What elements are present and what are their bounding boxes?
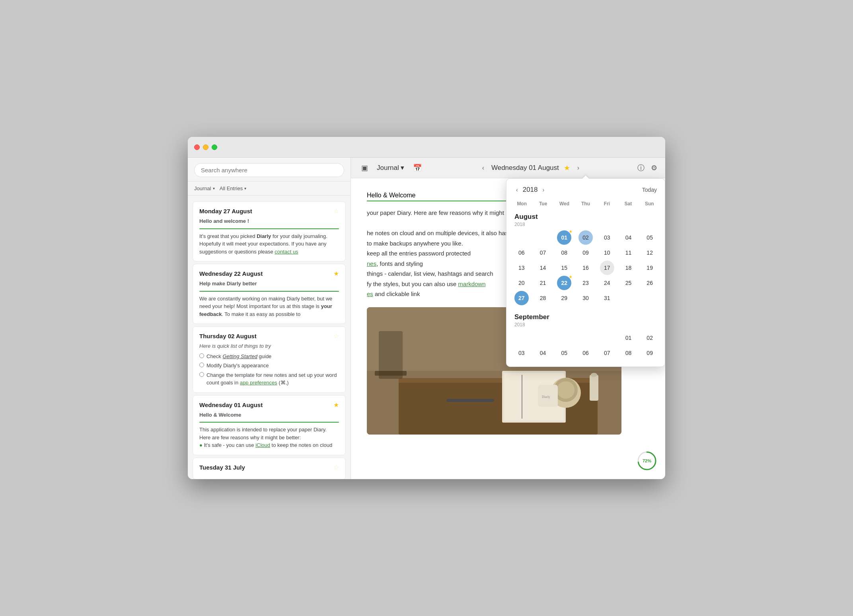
- cal-day-sep-04[interactable]: 04: [536, 346, 550, 360]
- cal-day-empty: [536, 230, 550, 245]
- cal-day-sep-08[interactable]: 08: [621, 346, 635, 360]
- cal-day-aug-14[interactable]: 14: [536, 261, 550, 275]
- cal-august-grid: 01 02 03 04 05 06 07 08 09 10 11 12 13 1…: [506, 230, 665, 305]
- cal-day-aug-28[interactable]: 28: [536, 291, 550, 305]
- cal-day-aug-17[interactable]: 17: [600, 261, 614, 275]
- cal-day-aug-16[interactable]: 16: [578, 261, 593, 275]
- cal-day-aug-20[interactable]: 20: [514, 276, 529, 290]
- cal-day-sep-01[interactable]: 01: [621, 331, 635, 345]
- entry-preview: Hello & Welcome: [199, 411, 339, 419]
- cal-day-aug-12[interactable]: 12: [643, 246, 657, 260]
- entry-header: Tuesday 31 July ☆: [199, 464, 339, 471]
- cal-day-aug-22[interactable]: 22: [557, 276, 571, 290]
- cal-day-aug-04[interactable]: 04: [621, 230, 635, 245]
- cal-day-aug-10[interactable]: 10: [600, 246, 614, 260]
- main-layout: Journal ▾ All Entries ▾ Monday 27 August…: [188, 158, 665, 479]
- cal-day-aug-03[interactable]: 03: [600, 230, 614, 245]
- entry-title: Wednesday 22 August: [199, 270, 263, 277]
- prev-entry-btn[interactable]: ‹: [480, 163, 487, 173]
- cal-day-aug-01[interactable]: 01: [557, 230, 571, 245]
- progress-circle: 72%: [637, 450, 657, 471]
- cal-day-empty: [536, 331, 550, 345]
- cal-day-aug-07[interactable]: 07: [536, 246, 550, 260]
- calendar-overlay: ‹ 2018 › Today Mon Tue Wed Thu Fri Sat S…: [506, 178, 665, 367]
- cal-day-empty: [643, 291, 657, 305]
- cal-day-aug-21[interactable]: 21: [536, 276, 550, 290]
- cal-day-sep-03[interactable]: 03: [514, 346, 529, 360]
- entry-card-wednesday-22[interactable]: Wednesday 22 August ★ Help make Diarly b…: [193, 264, 346, 324]
- cal-day-empty: [514, 331, 529, 345]
- cal-weekdays: Mon Tue Wed Thu Fri Sat Sun: [506, 199, 665, 208]
- cal-day-aug-18[interactable]: 18: [621, 261, 635, 275]
- markdown-link[interactable]: markdown: [458, 281, 485, 287]
- cal-day-aug-26[interactable]: 26: [643, 276, 657, 290]
- nav-date-label: Wednesday 01 August: [491, 164, 559, 172]
- contact-link[interactable]: contact us: [275, 249, 298, 255]
- entry-body: We are constantly working on making Diar…: [199, 295, 339, 318]
- entry-card-monday-27[interactable]: Monday 27 August ☆ Hello and welcome ! I…: [193, 201, 346, 261]
- weekday-thu: Thu: [575, 199, 596, 208]
- cal-day-sep-09[interactable]: 09: [643, 346, 657, 360]
- cal-day-sep-06[interactable]: 06: [578, 346, 593, 360]
- cal-day-aug-11[interactable]: 11: [621, 246, 635, 260]
- cal-day-aug-24[interactable]: 24: [600, 276, 614, 290]
- cal-day-empty: [514, 230, 529, 245]
- cal-day-sep-02[interactable]: 02: [643, 331, 657, 345]
- cal-day-aug-08[interactable]: 08: [557, 246, 571, 260]
- cal-next-year-btn[interactable]: ›: [541, 185, 546, 195]
- cal-day-sep-07[interactable]: 07: [600, 346, 614, 360]
- weekday-fri: Fri: [596, 199, 617, 208]
- weekday-mon: Mon: [511, 199, 532, 208]
- cal-day-aug-25[interactable]: 25: [621, 276, 635, 290]
- calendar-pointer: [582, 175, 589, 179]
- journal-filter-btn[interactable]: Journal ▾: [194, 185, 215, 191]
- cal-day-empty: [557, 331, 571, 345]
- journal-title-btn[interactable]: Journal ▾: [377, 164, 404, 172]
- cal-day-aug-30[interactable]: 30: [578, 291, 593, 305]
- svg-point-9: [591, 373, 597, 377]
- entries-filter-btn[interactable]: All Entries ▾: [220, 185, 247, 191]
- cal-day-empty: [600, 331, 614, 345]
- sidebar-toggle-btn[interactable]: ▣: [359, 162, 370, 174]
- entry-title: Tuesday 31 July: [199, 464, 245, 471]
- entry-star: ★: [333, 401, 339, 409]
- cal-august-label: August: [506, 210, 665, 222]
- cal-day-empty: [578, 331, 593, 345]
- cal-day-aug-05[interactable]: 05: [643, 230, 657, 245]
- cal-day-aug-02[interactable]: 02: [578, 230, 593, 245]
- cal-day-aug-13[interactable]: 13: [514, 261, 529, 275]
- entry-card-tuesday-31[interactable]: Tuesday 31 July ☆: [193, 458, 346, 480]
- cal-day-aug-09[interactable]: 09: [578, 246, 593, 260]
- cal-day-aug-06[interactable]: 06: [514, 246, 529, 260]
- minimize-button[interactable]: [203, 144, 208, 150]
- cal-day-aug-15[interactable]: 15: [557, 261, 571, 275]
- entry-header: Thursday 02 August ☆: [199, 332, 339, 340]
- content-area: ▣ Journal ▾ 📅 ‹ Wednesday 01 August ★ › …: [351, 158, 665, 479]
- entry-card-thursday-02[interactable]: Thursday 02 August ☆ Here is quick list …: [193, 326, 346, 393]
- close-button[interactable]: [194, 144, 200, 150]
- cal-day-aug-27[interactable]: 27: [514, 291, 529, 305]
- cal-day-aug-19[interactable]: 19: [643, 261, 657, 275]
- entry-title: Monday 27 August: [199, 208, 252, 214]
- maximize-button[interactable]: [212, 144, 217, 150]
- entry-star: ☆: [333, 464, 339, 471]
- entry-card-wednesday-01[interactable]: Wednesday 01 August ★ Hello & Welcome Th…: [193, 395, 346, 455]
- cal-day-aug-23[interactable]: 23: [578, 276, 593, 290]
- themes-link[interactable]: nes: [367, 260, 376, 267]
- clickable-link[interactable]: es: [367, 290, 373, 297]
- info-btn[interactable]: ⓘ: [637, 163, 645, 173]
- entry-star: ★: [333, 270, 339, 277]
- cal-day-aug-29[interactable]: 29: [557, 291, 571, 305]
- search-input[interactable]: [194, 163, 344, 177]
- svg-point-7: [557, 381, 575, 399]
- settings-btn[interactable]: ⚙: [651, 164, 657, 172]
- sidebar-icon: ▣: [361, 164, 368, 172]
- cal-sep-label: September: [506, 310, 665, 322]
- cal-prev-year-btn[interactable]: ‹: [514, 185, 520, 195]
- journal-chevron-icon: ▾: [401, 164, 404, 172]
- cal-today-btn[interactable]: Today: [642, 187, 657, 193]
- cal-day-sep-05[interactable]: 05: [557, 346, 571, 360]
- calendar-btn[interactable]: 📅: [411, 162, 424, 174]
- cal-day-aug-31[interactable]: 31: [600, 291, 614, 305]
- next-entry-btn[interactable]: ›: [575, 163, 582, 173]
